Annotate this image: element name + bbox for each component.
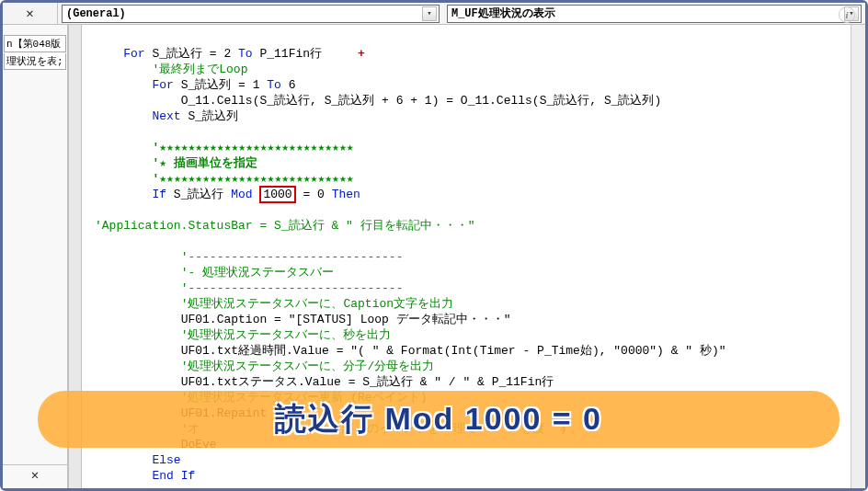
comment: '- 処理状況ステータスバー — [181, 266, 334, 280]
comment: '処理状況ステータスバーに、秒を出力 — [181, 328, 392, 342]
comment: '★★★★★★★★★★★★★★★★★★★★★★★★★★★ — [152, 141, 353, 154]
close-icon[interactable]: ✕ — [26, 6, 33, 21]
procedure-dropdown-label: M_UF処理状況の表示 — [451, 6, 555, 21]
code-text: O_11.Cells(S_読込行, S_読込列 + 6 + 1) = O_11.… — [181, 94, 662, 108]
code-text: UF01.txtステータス.Value = S_読込行 & " / " & P_… — [181, 375, 554, 389]
kw-for: For — [123, 47, 144, 61]
code-text: = 0 — [296, 188, 332, 201]
object-dropdown-label: (General) — [66, 7, 126, 20]
top-close-cell: ✕ — [3, 3, 58, 25]
app-frame: ✕ (General) ▾ M_UF処理状況の表示 ▾ i n【第048版 理状… — [0, 0, 868, 491]
breakpoint-marker[interactable]: + — [358, 47, 365, 61]
kw-else: Else — [152, 453, 180, 467]
kw-to: To — [238, 47, 253, 61]
code-text: 6 — [281, 78, 296, 92]
code-text: UF01.txt経過時間.Value = "( " & Format(Int(T… — [181, 344, 726, 358]
caption-text: 読込行 Mod 1000 = 0 — [275, 398, 602, 440]
object-dropdown[interactable]: (General) ▾ — [62, 5, 440, 23]
kw-mod: Mod — [231, 188, 252, 201]
kw-endif: End If — [152, 469, 195, 483]
comment: '最終列までLoop — [152, 63, 247, 76]
chevron-down-icon[interactable]: ▾ — [422, 6, 437, 21]
comment: 'Application.StatusBar = S_読込行 & " 行目を転記… — [95, 219, 474, 233]
procedure-dropdown[interactable]: M_UF処理状況の表示 ▾ i — [447, 5, 862, 23]
comment: '★★★★★★★★★★★★★★★★★★★★★★★★★★★ — [152, 172, 353, 186]
code-text: S_読込行 = 2 — [145, 47, 238, 61]
kw-to: To — [267, 78, 281, 92]
vertical-scrollbar[interactable] — [851, 25, 865, 488]
code-text: S_読込行 — [166, 188, 231, 201]
code-text: S_読込列 — [181, 109, 238, 123]
code-text: UF01.Caption = "[STATUS] Loop データ転記中・・・" — [181, 313, 511, 326]
highlighted-value: 1000 — [259, 186, 295, 203]
kw-next: Next — [152, 109, 180, 123]
close-icon[interactable]: ✕ — [31, 467, 39, 483]
code-text: P_11Fin行 — [253, 47, 322, 61]
top-toolbar: ✕ (General) ▾ M_UF処理状況の表示 ▾ i — [3, 3, 865, 25]
sidebar-item[interactable]: 理状況を表; — [4, 53, 66, 70]
comment: '------------------------------ — [181, 250, 404, 264]
caption-overlay: 読込行 Mod 1000 = 0 — [38, 391, 839, 448]
info-icon[interactable]: i — [839, 6, 855, 23]
kw-if: If — [152, 188, 166, 201]
comment: '処理状況ステータスバーに、分子/分母を出力 — [181, 360, 435, 373]
code-text: S_読込列 = 1 — [174, 78, 267, 92]
sidebar-item[interactable]: n【第048版 — [4, 35, 66, 52]
comment: '★ 描画単位を指定 — [152, 156, 257, 170]
kw-then: Then — [332, 188, 360, 201]
sidebar-close: ✕ — [3, 464, 67, 485]
kw-for: For — [152, 78, 173, 92]
comment: '処理状況ステータスバーに、Caption文字を出力 — [181, 297, 453, 311]
comment: '------------------------------ — [181, 281, 404, 295]
